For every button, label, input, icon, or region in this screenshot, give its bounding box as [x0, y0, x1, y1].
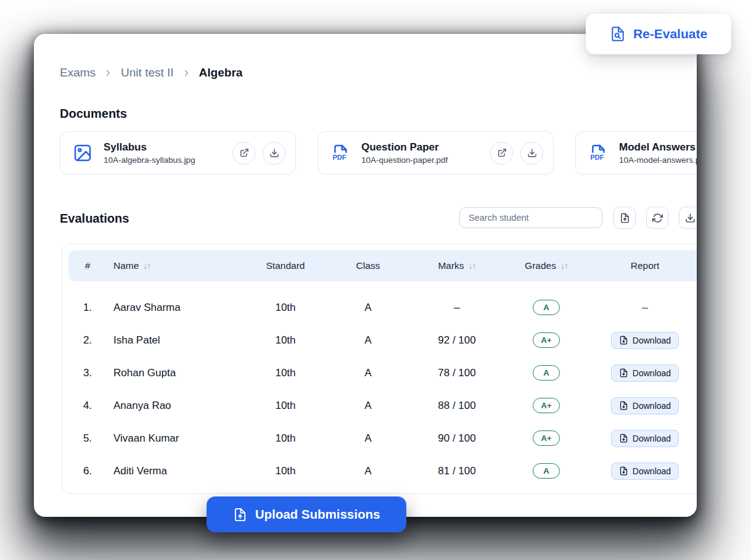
chevron-right-icon	[104, 68, 113, 78]
sort-icon[interactable]: ↓↑	[469, 261, 476, 271]
column-header-standard: Standard	[248, 260, 322, 271]
document-card: PDF Syllabus 10A-algebra-syllabus.jpg	[60, 131, 296, 175]
report-cell: Download	[593, 463, 697, 480]
chevron-right-icon	[182, 68, 191, 78]
row-index: 3.	[68, 367, 107, 379]
grade-badge: A+	[533, 332, 560, 348]
document-type-icon: PDF	[73, 143, 92, 163]
report-cell: Download	[593, 364, 697, 382]
file-download-icon	[619, 434, 628, 443]
upload-file-button[interactable]	[614, 207, 636, 229]
student-standard: 10th	[248, 334, 322, 347]
table-row: 3. Rohan Gupta 10th A 78 / 100 A Downloa…	[68, 356, 697, 389]
student-name: Aarav Sharma	[107, 302, 248, 314]
file-upload-icon	[233, 508, 247, 522]
refresh-icon	[652, 213, 663, 223]
student-class: A	[322, 334, 414, 347]
student-marks: 81 / 100	[414, 465, 500, 477]
search-input[interactable]	[459, 207, 602, 228]
student-class: A	[322, 400, 414, 412]
student-standard: 10th	[248, 367, 322, 379]
row-index: 6.	[68, 465, 107, 477]
file-download-icon	[619, 401, 628, 410]
document-title: Question Paper	[361, 141, 448, 154]
svg-text:PDF: PDF	[590, 154, 604, 161]
download-report-button[interactable]: Download	[611, 364, 679, 382]
student-name: Isha Patel	[107, 334, 248, 347]
grade-cell: A+	[500, 332, 593, 348]
document-card: PDF Model Answers 10A-model-answers.pdf	[575, 131, 697, 175]
breadcrumb: Exams Unit test II Algebra	[60, 66, 242, 80]
table-row: 4. Ananya Rao 10th A 88 / 100 A+ Downloa…	[68, 389, 697, 422]
re-evaluate-button[interactable]: Re-Evaluate	[586, 14, 731, 54]
breadcrumb-exams[interactable]: Exams	[60, 66, 96, 80]
report-cell: Download	[593, 397, 697, 414]
student-name: Aditi Verma	[107, 465, 248, 477]
file-upload-icon	[620, 213, 630, 223]
download-icon	[527, 148, 537, 158]
student-class: A	[322, 302, 414, 314]
row-index: 4.	[68, 400, 107, 412]
download-report-button[interactable]: Download	[611, 430, 679, 447]
student-marks: 90 / 100	[414, 432, 500, 445]
grade-badge: A	[533, 463, 560, 479]
refresh-button[interactable]	[646, 207, 668, 229]
grade-cell: A+	[500, 430, 593, 446]
student-name: Rohan Gupta	[107, 367, 248, 379]
table-header-row: # Name↓↑ Standard Class Marks↓↑ Grades↓↑…	[68, 250, 697, 281]
document-title: Syllabus	[104, 141, 195, 154]
student-class: A	[322, 367, 414, 379]
column-header-name[interactable]: Name↓↑	[107, 260, 248, 271]
student-name: Vivaan Kumar	[107, 432, 248, 445]
column-header-grades[interactable]: Grades↓↑	[500, 260, 593, 271]
report-empty: –	[642, 302, 647, 313]
download-report-button[interactable]: Download	[611, 332, 679, 349]
column-header-marks[interactable]: Marks↓↑	[414, 260, 500, 271]
document-title: Model Answers	[619, 141, 697, 154]
student-name: Ananya Rao	[107, 400, 248, 412]
student-marks: 88 / 100	[414, 400, 500, 412]
row-index: 5.	[68, 432, 107, 445]
column-header-class: Class	[322, 260, 414, 271]
column-header-index: #	[68, 260, 107, 271]
row-index: 1.	[68, 302, 107, 314]
report-cell: –	[593, 302, 697, 314]
file-download-icon	[619, 336, 628, 345]
download-icon	[685, 213, 696, 223]
grade-cell: A	[500, 365, 593, 381]
svg-text:PDF: PDF	[332, 154, 346, 161]
student-standard: 10th	[248, 302, 322, 314]
download-document-button[interactable]	[263, 142, 285, 165]
download-report-button[interactable]: Download	[611, 463, 679, 480]
table-row: 2. Isha Patel 10th A 92 / 100 A+ Downloa…	[68, 324, 697, 356]
grade-cell: A	[500, 463, 593, 479]
document-type-icon: PDF	[330, 143, 350, 163]
student-standard: 10th	[248, 465, 322, 477]
sort-icon[interactable]: ↓↑	[143, 261, 150, 271]
student-marks: –	[414, 302, 500, 314]
row-index: 2.	[68, 334, 107, 347]
sort-icon[interactable]: ↓↑	[560, 261, 568, 271]
evaluations-title: Evaluations	[60, 212, 129, 226]
grade-cell: A	[500, 300, 593, 315]
student-marks: 92 / 100	[414, 334, 500, 347]
grade-badge: A+	[533, 398, 560, 413]
open-document-button[interactable]	[490, 142, 513, 165]
download-icon	[269, 148, 279, 158]
table-body: 1. Aarav Sharma 10th A – A – 2. Isha Pat…	[68, 291, 697, 487]
document-filename: 10A-algebra-syllabus.jpg	[104, 155, 195, 165]
download-report-button[interactable]: Download	[611, 397, 679, 414]
table-row: 5. Vivaan Kumar 10th A 90 / 100 A+ Downl…	[68, 422, 697, 455]
open-document-button[interactable]	[232, 142, 255, 165]
external-link-icon	[497, 148, 507, 158]
download-document-button[interactable]	[520, 142, 543, 165]
file-download-icon	[619, 368, 628, 377]
grade-badge: A	[533, 365, 560, 381]
student-standard: 10th	[248, 400, 322, 412]
grade-badge: A+	[533, 430, 560, 446]
student-class: A	[322, 432, 414, 445]
upload-submissions-button[interactable]: Upload Submissions	[207, 496, 406, 532]
report-cell: Download	[593, 430, 697, 447]
breadcrumb-unit-test[interactable]: Unit test II	[121, 66, 174, 80]
download-table-button[interactable]	[679, 207, 697, 229]
